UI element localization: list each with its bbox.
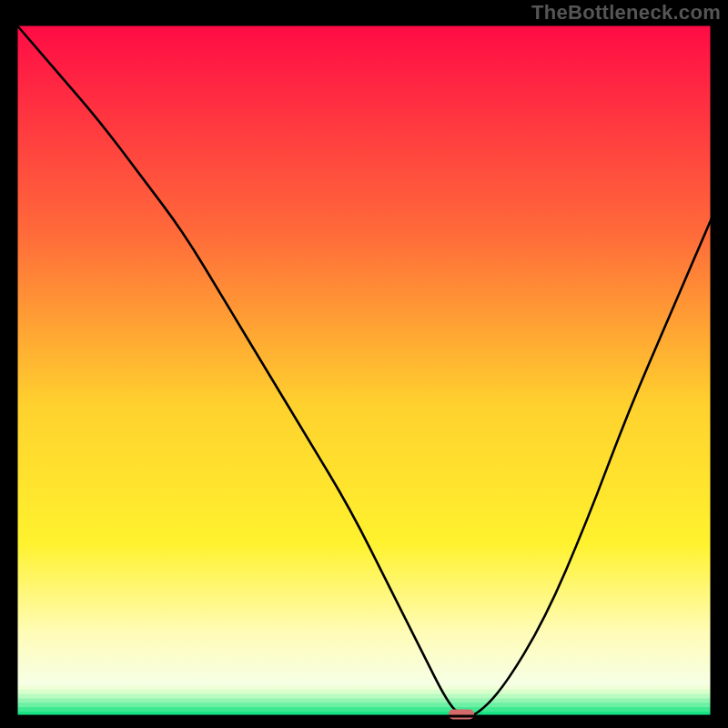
svg-rect-1 <box>16 690 712 694</box>
bottom-color-bands <box>16 685 712 717</box>
bottleneck-chart <box>0 0 728 728</box>
gradient-background <box>16 25 712 716</box>
watermark-text: TheBottleneck.com <box>531 1 721 25</box>
svg-rect-4 <box>16 703 712 707</box>
svg-rect-0 <box>16 685 712 690</box>
svg-rect-5 <box>16 707 712 712</box>
svg-rect-2 <box>16 694 712 699</box>
svg-rect-3 <box>16 698 712 703</box>
chart-frame: TheBottleneck.com <box>0 0 728 728</box>
optimum-marker[interactable] <box>449 710 474 720</box>
